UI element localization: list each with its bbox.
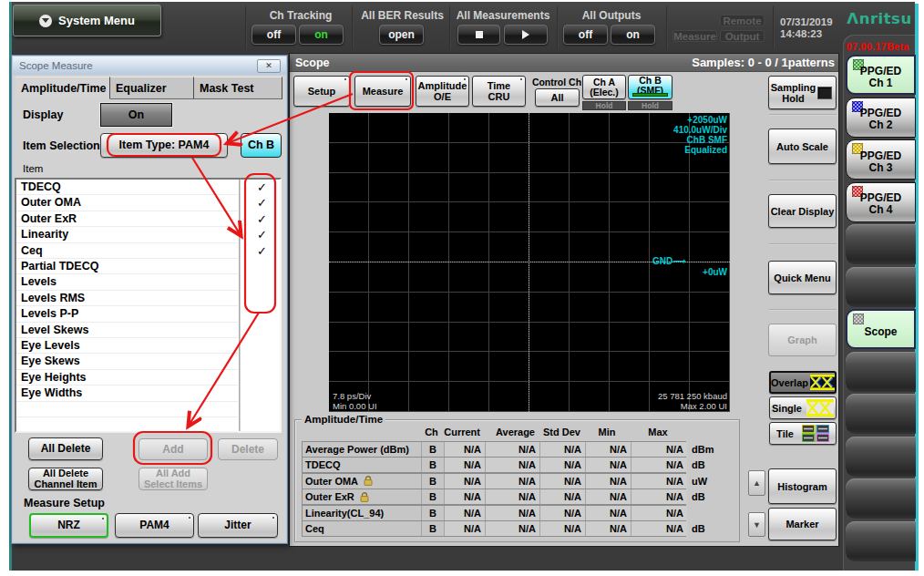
time-scale-readout: 7.8 ps/Div Min 0.00 UI [333,391,377,411]
side-separator [769,114,837,116]
outputs-on-button[interactable]: on [611,25,655,45]
single-eye-icon [806,399,834,417]
all-add-select-items-button[interactable]: All AddSelect Items [139,468,208,490]
hold-b-button[interactable]: Hold [628,101,672,110]
all-delete-button[interactable]: All Delete [28,437,103,460]
measurements-start-button[interactable] [504,25,548,45]
auto-scale-button[interactable]: Auto Scale [768,129,837,164]
ch-a-button[interactable]: Ch A(Elec.) [582,75,626,99]
dialog-close-button[interactable]: ✕ [257,59,281,73]
topbar-separator [352,6,354,49]
scroll-down-button[interactable]: ▼ [748,512,765,537]
time-cru-button[interactable]: TimeCRU [472,76,526,107]
screen: System Menu Ch Tracking off on All BER R… [0,0,924,576]
sampling-hold-button[interactable]: SamplingHold [768,76,837,109]
item-list-row[interactable]: Level Skews [16,323,238,338]
item-list-row[interactable]: Levels P-P [16,306,238,322]
ber-open-button[interactable]: open [379,25,424,45]
side-separator [769,309,837,311]
sidebar-tab-scope[interactable]: Scope [846,309,916,349]
graph-button[interactable]: Graph [768,324,837,356]
item-list-row[interactable]: Eye Widths [16,386,238,401]
marker-button[interactable]: Marker [768,508,837,540]
delete-button[interactable]: Delete [218,438,278,460]
scope-window-titlebar: Scope Samples: 0 - 0 / 1patterns [290,54,838,72]
tab-label-line1: Scope [847,325,914,337]
item-list-row[interactable]: Levels RMS [16,291,238,306]
control-ch-all-button[interactable]: All [535,88,580,107]
measurements-stop-button[interactable] [457,25,500,45]
overlap-button[interactable]: Overlap [769,371,837,394]
tab-equalizer[interactable]: Equalizer [110,77,194,99]
outputs-off-button[interactable]: off [563,25,608,45]
ch-tracking-on-button[interactable]: on [299,25,344,45]
samples-status: Samples: 0 - 0 / 1patterns [692,54,835,72]
quick-menu-button[interactable]: Quick Menu [768,261,837,294]
item-check [241,306,283,322]
side-separator [769,243,837,245]
channel-b-button[interactable]: Ch B [241,133,282,158]
display-on-button[interactable]: On [100,103,172,127]
add-button[interactable]: Add [139,438,208,460]
remote-indicator: Remote [720,15,765,26]
results-cell: N/A [485,474,539,489]
ch-tracking-off-button[interactable]: off [252,25,296,45]
item-list-row[interactable]: Partial TDECQ [16,259,238,274]
sidebar-tab-ppg-ed-ch-4[interactable]: PPG/EDCh 4 [846,182,916,222]
all-delete-channel-item-button[interactable]: All DeleteChannel Item [28,468,103,490]
sidebar-tab-ppg-ed-ch-2[interactable]: PPG/EDCh 2 [846,98,916,138]
item-list-row[interactable]: Linearity [16,227,238,242]
results-cell-ch: B [421,521,444,536]
close-icon: ✕ [265,61,272,70]
item-type-button[interactable]: Item Type: PAM4 [100,133,228,158]
item-list-row[interactable]: Outer OMA [16,195,238,211]
results-row: Linearity(CL_94) B N/AN/AN/AN/AN/A [302,505,686,521]
time-text: 14:48:23 [780,28,848,40]
item-list-row[interactable]: Levels [16,274,238,290]
setup-button[interactable]: Setup [293,76,350,107]
anritsu-logo: Λnritsu [843,10,916,30]
baud-readout: 25 781 250 kbaud Max 2.00 UI [658,391,727,411]
ch-b-button[interactable]: Ch B(SMF) [628,75,672,99]
item-check: ✓ [241,243,283,259]
results-cell-ch: B [421,506,444,520]
results-group: Amplitude/Time ChCurrentAverageStd DevMi… [294,414,740,542]
clear-display-button[interactable]: Clear Display [768,194,837,228]
histogram-button[interactable]: Histogram [768,468,837,504]
tab-amplitude-time[interactable]: Amplitude/Time [15,77,110,99]
results-cell: N/A [631,474,687,489]
sidebar-tab-ppg-ed-ch-3[interactable]: PPG/EDCh 3 [846,139,916,180]
pam4-button[interactable]: PAM4 [115,513,194,538]
results-row: TDECQ B N/AN/AN/AN/AN/A [302,457,686,473]
sidebar-tab-ppg-ed-ch-1[interactable]: PPG/EDCh 1 [846,55,916,95]
date-text: 07/31/2019 [780,16,848,28]
dialog-titlebar[interactable]: Scope Measure ✕ [13,57,286,75]
measure-button[interactable]: Measure [354,76,411,107]
sidebar-blank-tab [846,478,916,519]
tile-button[interactable]: Tile [769,422,837,445]
scope-window-title: Scope [295,54,330,72]
results-cell: N/A [631,442,687,457]
amplitude-oe-button[interactable]: AmplitudeO/E [416,76,469,107]
item-list-row[interactable]: TDECQ [16,180,238,195]
item-list-row[interactable]: Ceq [16,243,238,259]
tab-mask-test[interactable]: Mask Test [194,77,282,99]
item-check [241,274,283,290]
item-list-row[interactable]: Outer ExR [16,211,238,227]
graph-scale-readout: +2050uW 410.0uW/Div ChB SMF Equalized [673,115,727,155]
system-menu-button[interactable]: System Menu [13,5,161,36]
hold-a-button[interactable]: Hold [582,101,626,110]
version-text: 07.00.17Beta [840,41,915,52]
results-cell: N/A [485,442,539,457]
nrz-button[interactable]: NRZ [29,513,108,538]
item-list-row[interactable]: Eye Skews [16,354,238,369]
zero-level-readout: +0uW [703,267,727,277]
sidebar-blank-tab [846,224,916,264]
results-cell: N/A [539,521,585,536]
jitter-button[interactable]: Jitter [198,513,278,538]
item-list-row[interactable]: Eye Levels [16,338,238,354]
scroll-up-button[interactable]: ▲ [748,470,765,496]
results-cell-ch: B [421,458,444,472]
item-list-row[interactable]: Eye Heights [16,370,238,386]
single-button[interactable]: Single [769,396,837,419]
